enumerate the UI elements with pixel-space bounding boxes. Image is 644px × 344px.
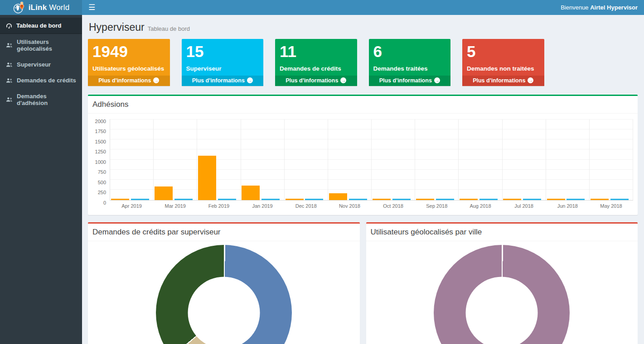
stat-label: Utilisateurs géolocalisés [92,65,165,72]
stat-label: Demandes traitées [373,65,446,72]
sidebar-item-label: Utilisateurs géolocalisés [17,38,76,52]
arrow-circle-right-icon: → [340,77,346,83]
stat-card-utilisateurs-geolocalises: 1949 Utilisateurs géolocalisés Plus d'in… [88,39,170,86]
sidebar-item-label: Demandes d'adhésion [17,93,76,106]
villes-donut-box: Utilisateurs géolocalisés par ville [366,222,638,344]
sidebar-item-label: Superviseur [17,61,51,68]
users-icon [6,43,13,48]
sidebar-item-utilisateurs-geolocalises[interactable]: Utilisateurs géolocalisés [0,34,82,57]
stat-label: Superviseur [186,65,259,72]
stat-card-demandes-non-traitees: 5 Demandes non traitées Plus d'informati… [462,39,544,86]
stat-card-superviseur: 15 Superviseur Plus d'informations → [182,39,264,86]
more-info-link[interactable]: Plus d'informations → [182,76,264,86]
brand-name: iLink World [29,3,70,12]
page-title: Hyperviseur [89,21,145,33]
hamburger-menu-icon: ☰ [88,3,95,12]
arrow-circle-right-icon: → [528,77,533,83]
globe-pin-icon: $ [13,1,25,14]
sidebar: Tableau de bord Utilisateurs géolocalisé… [0,15,82,344]
stat-value: 5 [467,43,540,61]
sidebar-item-demandes-de-credits[interactable]: Demandes de crédits [0,72,82,88]
stat-label: Demandes de crédits [280,65,353,72]
adhesions-bar-chart: 025050075010001250150017502000Apr 2019Ma… [90,115,636,215]
stat-value: 11 [280,43,353,61]
page-header: HyperviseurTableau de bord [88,19,638,39]
sidebar-toggle-button[interactable]: ☰ [82,0,102,15]
sidebar-item-demandes-adhesion[interactable]: Demandes d'adhésion [0,88,82,111]
sidebar-item-superviseur[interactable]: Superviseur [0,57,82,72]
user-name: Airtel Hypervisor [590,4,638,11]
donut-row: Demandes de crédits par superviseur Util… [88,222,638,344]
stat-value: 6 [373,43,446,61]
empty-grid-cell [556,39,638,86]
stat-cards-row: 1949 Utilisateurs géolocalisés Plus d'in… [88,39,638,86]
stat-value: 1949 [92,43,165,61]
content-area: HyperviseurTableau de bord 1949 Utilisat… [82,15,644,344]
stat-value: 15 [186,43,259,61]
more-info-link[interactable]: Plus d'informations → [462,76,544,86]
arrow-circle-right-icon: → [153,77,159,83]
stat-label: Demandes non traitées [467,65,540,72]
more-info-link[interactable]: Plus d'informations → [275,76,357,86]
user-menu[interactable]: Bienvenue Airtel Hypervisor [561,4,644,11]
sidebar-item-label: Tableau de bord [16,22,61,29]
brand-logo[interactable]: $ iLink World [0,0,82,15]
stat-card-demandes-credits: 11 Demandes de crédits Plus d'informatio… [275,39,357,86]
chart-title: Utilisateurs géolocalisés par ville [371,228,482,236]
dashboard-icon [6,23,12,29]
users-icon [6,62,13,67]
credits-donut-box: Demandes de crédits par superviseur [88,222,360,344]
sidebar-item-tableau-de-bord[interactable]: Tableau de bord [0,18,82,34]
users-icon [6,78,13,83]
villes-donut-chart [434,245,570,344]
welcome-text: Bienvenue [561,4,588,11]
arrow-circle-right-icon: → [247,77,253,83]
top-bar: $ iLink World ☰ Bienvenue Airtel Hypervi… [0,0,644,15]
arrow-circle-right-icon: → [434,77,440,83]
more-info-link[interactable]: Plus d'informations → [369,76,451,86]
credits-donut-chart [156,245,292,344]
svg-text:$: $ [21,1,22,4]
navbar: ☰ Bienvenue Airtel Hypervisor [82,0,644,15]
adhesions-chart-box: Adhésions 025050075010001250150017502000… [88,95,638,215]
chart-title: Adhésions [92,100,128,109]
page-subtitle: Tableau de bord [148,25,190,32]
more-info-link[interactable]: Plus d'informations → [88,76,170,86]
users-icon [6,97,13,102]
sidebar-item-label: Demandes de crédits [17,77,76,84]
chart-title: Demandes de crédits par superviseur [92,228,221,236]
stat-card-demandes-traitees: 6 Demandes traitées Plus d'informations … [369,39,451,86]
